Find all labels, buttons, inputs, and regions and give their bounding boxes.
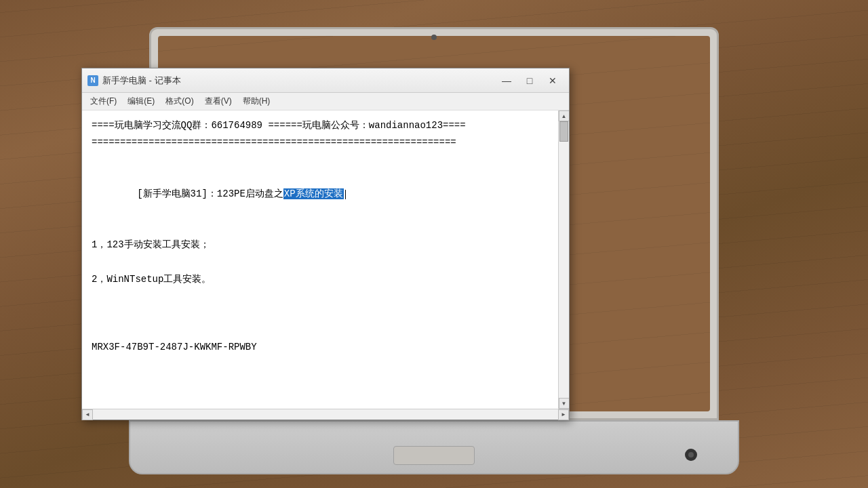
menu-view[interactable]: 查看(V) — [199, 94, 237, 108]
menu-format[interactable]: 格式(O) — [160, 94, 199, 108]
scroll-left-arrow[interactable]: ◄ — [82, 409, 93, 420]
content-line-9 — [92, 288, 549, 305]
content-line-6: 1，123手动安装工具安装； — [92, 237, 549, 253]
content-line-3 — [92, 151, 549, 168]
horizontal-scroll-track[interactable] — [93, 409, 558, 420]
laptop-base — [129, 420, 739, 474]
content-line-5 — [92, 220, 549, 237]
scroll-up-arrow[interactable]: ▲ — [559, 110, 570, 121]
scroll-down-arrow[interactable]: ▼ — [559, 398, 570, 409]
horizontal-scrollbar: ◄ ► — [82, 409, 569, 420]
close-button[interactable]: ✕ — [542, 71, 564, 90]
text-editor[interactable]: ====玩电脑学习交流QQ群：661764989 ======玩电脑公众号：wa… — [82, 110, 558, 409]
menu-help[interactable]: 帮助(H) — [237, 94, 276, 108]
scroll-right-arrow[interactable]: ► — [558, 409, 569, 420]
content-line-12: MRX3F-47B9T-2487J-KWKMF-RPWBY — [92, 339, 549, 356]
content-line-7 — [92, 254, 549, 271]
title-bar: N 新手学电脑 - 记事本 — □ ✕ — [82, 68, 569, 93]
maximize-button[interactable]: □ — [519, 71, 540, 90]
content-line-1: ====玩电脑学习交流QQ群：661764989 ======玩电脑公众号：wa… — [92, 117, 549, 134]
content-line-10 — [92, 305, 549, 322]
vertical-scrollbar: ▲ ▼ — [558, 110, 569, 409]
notepad-icon: N — [87, 75, 98, 86]
selected-text: XP系统的安装 — [283, 188, 344, 199]
window-controls: — □ ✕ — [496, 71, 564, 90]
laptop-power-button[interactable] — [685, 449, 697, 461]
text-cursor — [345, 190, 346, 199]
window-title: 新手学电脑 - 记事本 — [102, 75, 496, 87]
content-line-4: [新手学电脑31]：123PE启动盘之XP系统的安装 — [92, 169, 549, 220]
menu-bar: 文件(F) 编辑(E) 格式(O) 查看(V) 帮助(H) — [82, 93, 569, 110]
menu-file[interactable]: 文件(F) — [85, 94, 122, 108]
line4-prefix: [新手学电脑31]：123PE启动盘之 — [137, 188, 283, 199]
minimize-button[interactable]: — — [496, 71, 517, 90]
scroll-track[interactable] — [559, 121, 569, 398]
content-scrollbar-container: ====玩电脑学习交流QQ群：661764989 ======玩电脑公众号：wa… — [82, 110, 569, 409]
content-line-8: 2，WinNTsetup工具安装。 — [92, 271, 549, 288]
notepad-window: N 新手学电脑 - 记事本 — □ ✕ 文件(F) 编辑(E) 格式(O) 查看… — [81, 68, 570, 420]
laptop-camera — [431, 35, 437, 40]
content-line-11 — [92, 322, 549, 339]
content-line-2: ========================================… — [92, 134, 549, 151]
laptop-touchpad — [393, 446, 475, 465]
menu-edit[interactable]: 编辑(E) — [122, 94, 160, 108]
scroll-thumb[interactable] — [559, 121, 568, 142]
